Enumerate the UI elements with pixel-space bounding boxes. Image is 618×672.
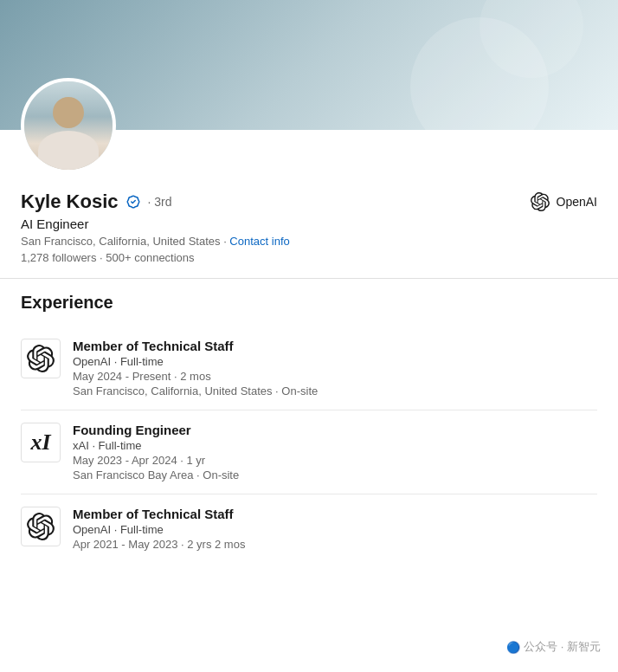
exp-title-1: Founding Engineer	[73, 423, 597, 437]
company-logo-2	[21, 507, 61, 546]
degree-badge: · 3rd	[148, 195, 172, 209]
watermark-text: 公众号 · 新智元	[524, 639, 601, 655]
avatar-image	[24, 81, 113, 170]
profile-name: Kyle Kosic	[21, 191, 119, 213]
company-name: OpenAI	[557, 195, 597, 209]
wechat-icon: 🔵	[506, 641, 520, 654]
name-row: Kyle Kosic · 3rd OpenAI	[21, 191, 597, 213]
company-badge: OpenAI	[531, 192, 597, 211]
exp-company-1: xAI · Full-time	[73, 439, 597, 452]
exp-company-2: OpenAI · Full-time	[73, 523, 597, 536]
job-title: AI Engineer	[21, 216, 597, 231]
profile-card: Kyle Kosic · 3rd OpenAI AI Engineer	[0, 0, 618, 672]
avatar	[21, 78, 116, 173]
company-logo-1: xI	[21, 423, 61, 462]
experience-list: Member of Technical Staff OpenAI · Full-…	[21, 326, 597, 565]
verified-icon	[126, 194, 141, 210]
connections-count: · 500+ connections	[100, 251, 195, 264]
company-logo-0	[21, 339, 61, 378]
followers-count: 1,278 followers	[21, 251, 96, 264]
exp-company-0: OpenAI · Full-time	[73, 355, 597, 368]
openai-logo-header	[531, 192, 550, 211]
name-left: Kyle Kosic · 3rd	[21, 191, 172, 213]
exp-dates-1: May 2023 - Apr 2024 · 1 yr	[73, 454, 597, 467]
exp-location: San Francisco, California, United States…	[73, 384, 597, 397]
wechat-watermark: 🔵 公众号 · 新智元	[506, 639, 601, 655]
followers-row: 1,278 followers · 500+ connections	[21, 251, 597, 264]
experience-section: Experience Member of Technical Staff Ope…	[0, 279, 618, 578]
exp-title-2: Member of Technical Staff	[73, 507, 597, 521]
exp-dates-0: May 2024 - Present · 2 mos	[73, 370, 597, 383]
exp-content-2: Member of Technical Staff OpenAI · Full-…	[73, 507, 597, 552]
location-row: San Francisco, California, United States…	[21, 235, 597, 248]
exp-content-0: Member of Technical Staff OpenAI · Full-…	[73, 339, 597, 397]
contact-info-link[interactable]: Contact info	[229, 235, 289, 248]
exp-dates-2: Apr 2021 - May 2023 · 2 yrs 2 mos	[73, 538, 597, 551]
experience-item-0: Member of Technical Staff OpenAI · Full-…	[21, 326, 597, 410]
exp-title-0: Member of Technical Staff	[73, 339, 597, 353]
experience-item-1: xI Founding Engineer xAI · Full-time May…	[21, 410, 597, 494]
exp-content-1: Founding Engineer xAI · Full-time May 20…	[73, 423, 597, 481]
experience-section-title: Experience	[21, 293, 597, 313]
experience-item-2: Member of Technical Staff OpenAI · Full-…	[21, 494, 597, 565]
location-text: San Francisco, California, United States	[21, 235, 221, 248]
exp-location: San Francisco Bay Area · On-site	[73, 468, 597, 481]
